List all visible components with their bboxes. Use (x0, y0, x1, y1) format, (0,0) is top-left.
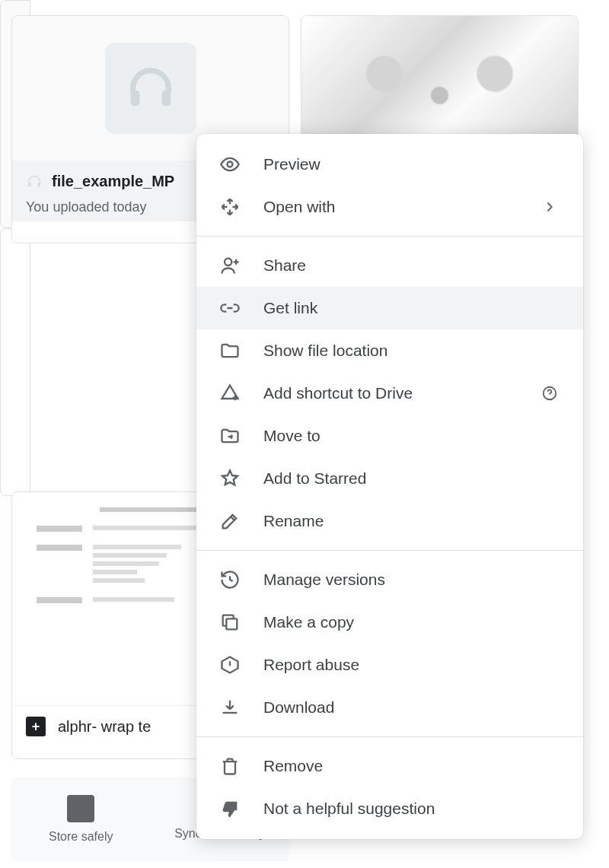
menu-divider (196, 736, 583, 737)
menu-item-label: Show file location (263, 342, 560, 360)
menu-item-rename[interactable]: Rename (196, 500, 583, 542)
file-name: alphr- wrap te (58, 718, 151, 736)
menu-item-label: Rename (263, 512, 560, 530)
menu-item-make-copy[interactable]: Make a copy (196, 601, 583, 644)
file-card-peek[interactable] (0, 228, 30, 496)
help-icon[interactable] (539, 385, 560, 402)
download-icon (219, 697, 241, 718)
svg-rect-1 (161, 91, 171, 106)
menu-divider (196, 550, 583, 551)
menu-item-open-with[interactable]: Open with (196, 186, 583, 228)
menu-item-manage-versions[interactable]: Manage versions (196, 558, 583, 601)
folder-icon (219, 340, 241, 361)
trash-icon (219, 755, 241, 777)
menu-item-not-helpful[interactable]: Not a helpful suggestion (196, 787, 583, 830)
menu-item-label: Get link (263, 299, 560, 317)
menu-item-show-location[interactable]: Show file location (196, 329, 583, 372)
menu-item-label: Report abuse (263, 656, 560, 674)
chevron-right-icon (539, 199, 560, 215)
menu-item-report-abuse[interactable]: Report abuse (196, 644, 583, 686)
menu-item-label: Not a helpful suggestion (263, 800, 560, 818)
star-icon (219, 468, 241, 489)
menu-item-add-starred[interactable]: Add to Starred (196, 457, 583, 500)
menu-item-share[interactable]: Share (196, 244, 583, 287)
eye-icon (219, 154, 241, 175)
menu-item-label: Make a copy (263, 613, 560, 631)
report-icon (219, 654, 241, 676)
menu-item-preview[interactable]: Preview (196, 143, 583, 186)
menu-item-download[interactable]: Download (196, 686, 583, 729)
menu-item-label: Preview (263, 155, 560, 173)
menu-item-label: Manage versions (263, 571, 560, 589)
menu-item-get-link[interactable]: Get link (196, 287, 583, 329)
headphones-icon (26, 173, 43, 190)
svg-rect-2 (28, 182, 31, 186)
menu-item-label: Share (263, 256, 560, 275)
context-menu: PreviewOpen withShareGet linkShow file l… (196, 134, 583, 839)
thumb-down-icon (219, 798, 241, 819)
drive-add-icon (219, 383, 241, 404)
promo-label: Store safely (49, 830, 113, 844)
link-icon (219, 297, 241, 319)
menu-item-move-to[interactable]: Move to (196, 415, 583, 457)
file-name: file_example_MP (52, 173, 174, 190)
pencil-icon (219, 510, 241, 532)
menu-item-add-shortcut[interactable]: Add shortcut to Drive (196, 372, 583, 415)
history-icon (219, 569, 241, 590)
plus-icon: + (26, 717, 46, 736)
folder-move-icon (219, 425, 241, 447)
open-with-icon (219, 196, 241, 218)
menu-item-label: Download (263, 698, 560, 717)
doc-icon (67, 795, 94, 822)
menu-item-label: Add to Starred (263, 469, 560, 488)
menu-item-label: Remove (263, 757, 560, 775)
copy-icon (219, 612, 241, 633)
svg-rect-0 (130, 91, 139, 106)
menu-item-label: Add shortcut to Drive (263, 384, 516, 402)
menu-item-label: Open with (263, 198, 516, 216)
headphones-icon (105, 43, 196, 134)
menu-divider (196, 236, 583, 237)
menu-item-label: Move to (263, 427, 560, 445)
person-add-icon (219, 255, 241, 276)
menu-item-remove[interactable]: Remove (196, 745, 583, 787)
svg-rect-3 (38, 182, 41, 186)
